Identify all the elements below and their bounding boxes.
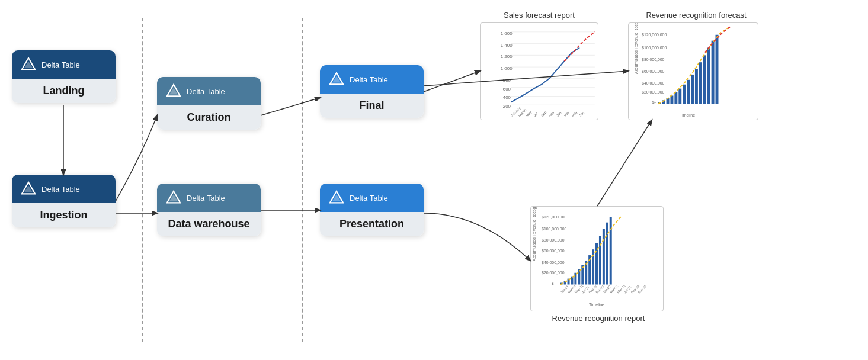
svg-text:$120,000,000: $120,000,000	[542, 215, 566, 219]
svg-text:200: 200	[503, 104, 511, 109]
svg-text:400: 400	[503, 95, 511, 100]
svg-text:1,600: 1,600	[501, 31, 513, 36]
svg-text:Timeline: Timeline	[589, 303, 604, 307]
sales-forecast-title: Sales forecast report	[480, 11, 598, 20]
svg-rect-57	[699, 62, 702, 104]
svg-text:600: 600	[503, 86, 511, 92]
landing-node: Delta Table Landing	[12, 50, 116, 103]
svg-text:1,000: 1,000	[501, 66, 513, 71]
svg-text:$40,000,000: $40,000,000	[542, 261, 565, 265]
svg-rect-56	[695, 69, 698, 104]
curation-node: Delta Table Curation	[157, 77, 261, 130]
final-label: Final	[320, 94, 424, 118]
sales-forecast-svg: 1,600 1,400 1,200 1,000 800 600 400 200 …	[481, 23, 598, 120]
curation-label: Curation	[157, 105, 261, 130]
final-node: Delta Table Final	[320, 65, 424, 118]
svg-rect-83	[603, 229, 605, 285]
divider-1	[142, 18, 143, 342]
svg-text:Jan: Jan	[556, 111, 562, 117]
svg-rect-84	[606, 223, 608, 285]
presentation-label: Presentation	[320, 212, 424, 236]
svg-text:$20,000,000: $20,000,000	[642, 90, 665, 94]
svg-rect-55	[691, 75, 694, 104]
revenue-forecast-title: Revenue recognition forecast	[628, 11, 764, 20]
svg-rect-85	[610, 217, 612, 285]
svg-text:$40,000,000: $40,000,000	[642, 81, 665, 85]
sales-forecast-chart: 1,600 1,400 1,200 1,000 800 600 400 200 …	[480, 22, 598, 120]
svg-rect-61	[716, 35, 719, 104]
svg-text:$20,000,000: $20,000,000	[542, 271, 565, 275]
dw-header-label: Delta Table	[187, 194, 225, 202]
delta-logo-final	[328, 71, 345, 88]
svg-line-104	[597, 120, 652, 206]
landing-label: Landing	[12, 79, 116, 103]
presentation-node: Delta Table Presentation	[320, 184, 424, 236]
landing-header-label: Delta Table	[41, 60, 80, 69]
revenue-report-svg: Accumulated Revenue Recognition $120,000…	[531, 207, 663, 311]
ingestion-node: Delta Table Ingestion	[12, 175, 116, 227]
revenue-report-chart: Accumulated Revenue Recognition $120,000…	[530, 206, 664, 311]
svg-rect-77	[581, 265, 584, 285]
diagram-canvas: Delta Table Landing Delta Table Ingestio…	[0, 0, 868, 360]
final-header-label: Delta Table	[350, 75, 388, 84]
svg-text:$100,000,000: $100,000,000	[542, 227, 566, 231]
delta-logo-curation	[165, 83, 182, 99]
delta-logo-landing	[20, 56, 37, 73]
svg-line-103	[424, 71, 480, 92]
svg-text:$60,000,000: $60,000,000	[642, 69, 665, 73]
svg-rect-60	[712, 41, 715, 104]
svg-rect-76	[578, 269, 580, 285]
svg-rect-51	[674, 92, 677, 104]
curation-header-label: Delta Table	[187, 87, 225, 96]
svg-text:May: May	[525, 110, 532, 117]
revenue-report-title: Revenue recognition report	[530, 314, 667, 323]
svg-text:Accumulated Revenue Recognitio: Accumulated Revenue Recognition	[532, 207, 537, 261]
presentation-header-label: Delta Table	[350, 194, 388, 202]
svg-text:May: May	[571, 110, 578, 117]
svg-text:$-: $-	[552, 281, 555, 285]
svg-text:$80,000,000: $80,000,000	[542, 238, 565, 242]
svg-rect-50	[670, 95, 673, 104]
delta-logo-dw	[165, 189, 182, 206]
svg-rect-59	[707, 47, 710, 104]
delta-logo-presentation	[328, 189, 345, 206]
svg-text:$-: $-	[652, 100, 656, 104]
svg-rect-53	[683, 85, 686, 104]
svg-text:1,400: 1,400	[501, 43, 513, 48]
svg-rect-52	[678, 89, 681, 104]
delta-logo-ingestion	[20, 181, 37, 197]
svg-text:1,200: 1,200	[501, 54, 513, 59]
revenue-forecast-svg: Accumulated Revenue Recognition $120,000…	[629, 23, 758, 120]
svg-text:$100,000,000: $100,000,000	[642, 46, 667, 50]
svg-rect-58	[703, 55, 706, 104]
svg-text:$80,000,000: $80,000,000	[642, 57, 665, 62]
svg-line-101	[261, 98, 320, 115]
svg-rect-54	[687, 80, 690, 104]
svg-text:800: 800	[503, 78, 511, 83]
dw-label: Data warehouse	[157, 212, 261, 236]
svg-text:Nov: Nov	[548, 111, 555, 118]
divider-2	[302, 18, 303, 342]
svg-text:Jul: Jul	[533, 112, 539, 118]
svg-text:$120,000,000: $120,000,000	[642, 33, 667, 37]
svg-text:Accumulated Revenue Recognitio: Accumulated Revenue Recognition	[634, 23, 639, 74]
svg-text:Mar: Mar	[563, 111, 570, 117]
svg-text:Jun: Jun	[578, 111, 585, 117]
svg-text:Timeline: Timeline	[680, 113, 695, 117]
revenue-forecast-chart: Accumulated Revenue Recognition $120,000…	[628, 22, 758, 120]
svg-text:Sep: Sep	[540, 110, 547, 117]
ingestion-header-label: Delta Table	[41, 185, 80, 194]
ingestion-label: Ingestion	[12, 203, 116, 227]
datawarehouse-node: Delta Table Data warehouse	[157, 184, 261, 236]
svg-text:$60,000,000: $60,000,000	[542, 249, 565, 253]
